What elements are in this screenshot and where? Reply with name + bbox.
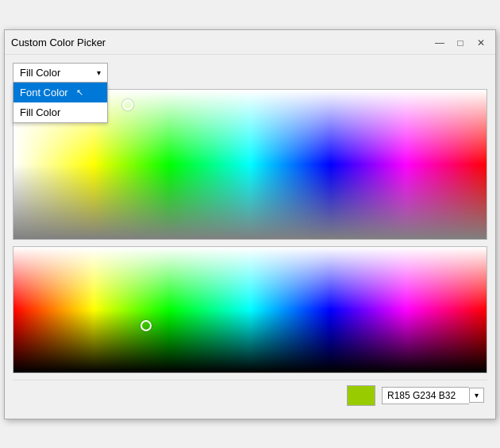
dropdown-item-fill-color[interactable]: Fill Color	[13, 102, 107, 122]
titlebar-controls: — □ ✕	[432, 35, 489, 51]
titlebar: Custom Color Picker — □ ✕	[5, 30, 495, 55]
close-button[interactable]: ✕	[473, 35, 489, 51]
color-preview-swatch	[347, 385, 375, 406]
bottom-color-panel[interactable]	[13, 246, 487, 373]
dropdown-selected-value: Fill Color	[20, 67, 60, 79]
color-value-control: ▾	[382, 387, 484, 404]
dropdown-item-label: Font Color	[20, 87, 68, 98]
dropdown-item-label: Fill Color	[20, 106, 60, 118]
dropdown-menu: Font Color ↖ Fill Color	[13, 83, 108, 123]
app-window: Custom Color Picker — □ ✕ Fill Color ▾ F…	[4, 29, 496, 419]
cursor-icon: ↖	[76, 87, 83, 98]
color-type-dropdown-wrapper[interactable]: Fill Color ▾ Font Color ↖ Fill Color	[13, 63, 108, 83]
maximize-button[interactable]: □	[452, 35, 468, 51]
color-value-dropdown-arrow[interactable]: ▾	[469, 388, 484, 403]
bottom-gradient-canvas	[13, 247, 487, 373]
dropdown-arrow-icon: ▾	[97, 68, 101, 77]
main-content: Fill Color ▾ Font Color ↖ Fill Color	[5, 55, 495, 419]
bottom-bar: ▾	[13, 380, 487, 411]
color-value-input[interactable]	[382, 387, 469, 404]
dropdown-item-font-color[interactable]: Font Color ↖	[13, 83, 107, 102]
minimize-button[interactable]: —	[432, 35, 448, 51]
window-title: Custom Color Picker	[11, 37, 106, 48]
dropdown-trigger[interactable]: Fill Color ▾	[13, 63, 108, 83]
